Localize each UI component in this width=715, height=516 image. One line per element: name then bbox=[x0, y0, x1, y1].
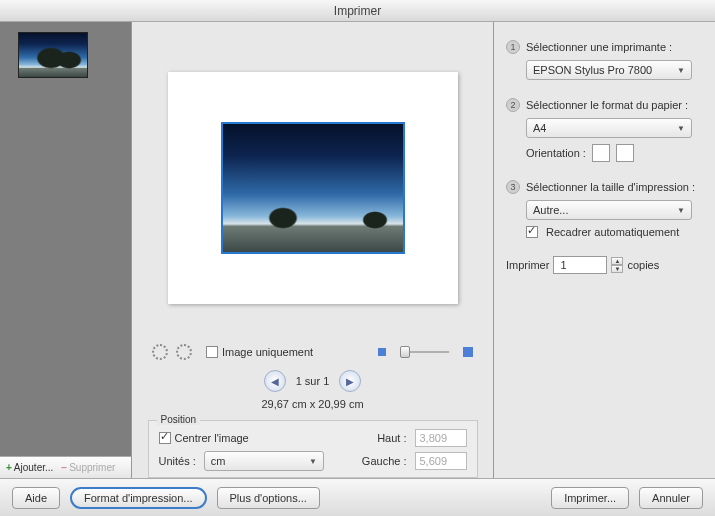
step-1-badge: 1 bbox=[506, 40, 520, 54]
thumbnail-item[interactable] bbox=[18, 32, 88, 78]
units-label: Unités : bbox=[159, 455, 196, 467]
step-size: 3Sélectionner la taille d'impression : A… bbox=[506, 180, 703, 238]
photo-preview[interactable] bbox=[221, 122, 405, 254]
cancel-button[interactable]: Annuler bbox=[639, 487, 703, 509]
plus-icon: + bbox=[6, 462, 12, 473]
print-button[interactable]: Imprimer... bbox=[551, 487, 629, 509]
left-label: Gauche : bbox=[362, 455, 407, 467]
step-3-badge: 3 bbox=[506, 180, 520, 194]
top-label: Haut : bbox=[377, 432, 406, 444]
chevron-down-icon: ▼ bbox=[677, 124, 685, 133]
pager-label: 1 sur 1 bbox=[296, 375, 330, 387]
zoom-slider[interactable] bbox=[400, 351, 449, 353]
paper-select[interactable]: A4▼ bbox=[526, 118, 692, 138]
sidebar: +Ajouter... −Supprimer bbox=[0, 22, 132, 478]
page-setup-button[interactable]: Format d'impression... bbox=[70, 487, 206, 509]
rotate-ccw-icon[interactable] bbox=[152, 344, 168, 360]
copies-input[interactable]: 1 bbox=[553, 256, 607, 274]
position-legend: Position bbox=[157, 414, 201, 425]
help-button[interactable]: Aide bbox=[12, 487, 60, 509]
orientation-landscape-button[interactable] bbox=[616, 144, 634, 162]
zoom-controls: Image uniquement bbox=[132, 344, 493, 360]
center-image-checkbox[interactable]: Centrer l'image bbox=[159, 432, 249, 444]
chevron-down-icon: ▼ bbox=[309, 457, 317, 466]
settings-panel: 1Sélectionner une imprimante : EPSON Sty… bbox=[494, 22, 715, 478]
dimensions-label: 29,67 cm x 20,99 cm bbox=[261, 398, 363, 410]
orientation-portrait-button[interactable] bbox=[592, 144, 610, 162]
step-paper: 2Sélectionner le format du papier : A4▼ … bbox=[506, 98, 703, 162]
preview-panel: Image uniquement ◀ 1 sur 1 ▶ 29,67 cm x … bbox=[132, 22, 494, 478]
left-input[interactable]: 5,609 bbox=[415, 452, 467, 470]
chevron-down-icon: ▼ bbox=[677, 66, 685, 75]
zoom-in-icon[interactable] bbox=[463, 347, 473, 357]
orientation-row: Orientation : bbox=[526, 144, 703, 162]
step-printer: 1Sélectionner une imprimante : EPSON Sty… bbox=[506, 40, 703, 80]
main-content: +Ajouter... −Supprimer Image uniquement … bbox=[0, 22, 715, 478]
more-options-button[interactable]: Plus d'options... bbox=[217, 487, 320, 509]
window-title: Imprimer bbox=[0, 0, 715, 22]
copies-stepper[interactable]: ▲▼ bbox=[611, 257, 623, 273]
image-only-checkbox[interactable]: Image uniquement bbox=[206, 346, 313, 358]
position-panel: Position Centrer l'image Haut : 3,809 Un… bbox=[148, 420, 478, 478]
slider-thumb-icon[interactable] bbox=[400, 346, 410, 358]
step-2-badge: 2 bbox=[506, 98, 520, 112]
add-image-button[interactable]: +Ajouter... bbox=[6, 462, 53, 473]
checkbox-icon bbox=[159, 432, 171, 444]
zoom-out-icon[interactable] bbox=[378, 348, 386, 356]
prev-page-button[interactable]: ◀ bbox=[264, 370, 286, 392]
chevron-up-icon: ▲ bbox=[611, 257, 623, 265]
sidebar-footer: +Ajouter... −Supprimer bbox=[0, 456, 131, 478]
checkbox-icon bbox=[206, 346, 218, 358]
footer: Aide Format d'impression... Plus d'optio… bbox=[0, 478, 715, 516]
pager-controls: ◀ 1 sur 1 ▶ bbox=[264, 370, 362, 392]
minus-icon: − bbox=[61, 462, 67, 473]
printer-select[interactable]: EPSON Stylus Pro 7800▼ bbox=[526, 60, 692, 80]
recrop-checkbox[interactable]: Recadrer automatiquement bbox=[526, 226, 703, 238]
copies-row: Imprimer 1 ▲▼ copies bbox=[506, 256, 703, 274]
rotate-cw-icon[interactable] bbox=[176, 344, 192, 360]
page-preview bbox=[168, 72, 458, 304]
checkbox-icon bbox=[526, 226, 538, 238]
chevron-down-icon: ▼ bbox=[611, 265, 623, 273]
thumbnail-list bbox=[0, 22, 131, 456]
remove-image-button: −Supprimer bbox=[61, 462, 115, 473]
chevron-down-icon: ▼ bbox=[677, 206, 685, 215]
next-page-button[interactable]: ▶ bbox=[339, 370, 361, 392]
top-input[interactable]: 3,809 bbox=[415, 429, 467, 447]
units-select[interactable]: cm▼ bbox=[204, 451, 324, 471]
print-size-select[interactable]: Autre...▼ bbox=[526, 200, 692, 220]
